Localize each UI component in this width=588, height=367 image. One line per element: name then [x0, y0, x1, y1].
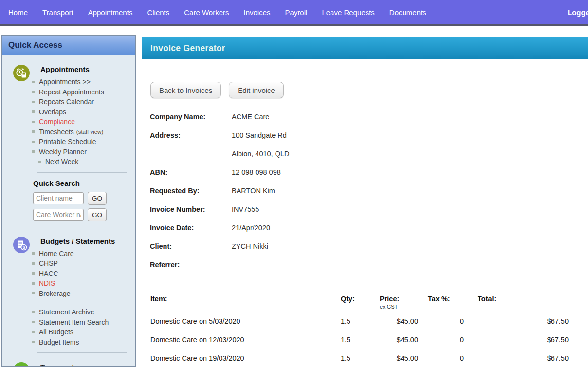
sidebar-item-statement-item-search[interactable]: Statement Item Search: [32, 317, 135, 328]
section-heading-transport: Transport: [40, 363, 135, 367]
sidebar-item-chsp[interactable]: CHSP: [32, 258, 135, 269]
sidebar-item-repeats-calendar[interactable]: Repeats Calendar: [32, 97, 135, 107]
invoice-content: Back to Invoices Edit invoice Company Na…: [142, 59, 588, 367]
field-value: 21/Apr/2020: [232, 224, 270, 232]
svg-text:$: $: [23, 245, 25, 250]
field-label: Address:: [150, 131, 232, 139]
sidebar-item-repeat-appointments[interactable]: Repeat Appointments: [32, 87, 135, 97]
col-header-price-sub: ex GST: [380, 304, 424, 310]
cell-total: $67.50: [478, 354, 572, 362]
invoice-items-table: Item: Qty: Price:ex GST Tax %: Total: Do…: [147, 292, 572, 367]
nav-item-transport[interactable]: Transport: [35, 8, 81, 17]
nav-item-home[interactable]: Home: [1, 8, 35, 17]
sidebar-item-ndis[interactable]: NDIS: [32, 278, 135, 289]
sidebar-item-budget-items[interactable]: Budget Items: [32, 337, 135, 348]
sidebar-title: Quick Access: [2, 36, 135, 55]
field-label: Client:: [150, 242, 232, 250]
bullet-icon: [32, 150, 35, 153]
cell-price: $45.00: [378, 317, 424, 325]
field-label: Invoice Number:: [150, 205, 232, 213]
field-label: Referrer:: [150, 261, 232, 269]
bullet-icon: [32, 141, 35, 143]
sidebar-item-brokerage[interactable]: Brokerage: [32, 289, 135, 299]
invoice-details: Company Name:ACME Care Address:100 Sandg…: [150, 108, 290, 274]
timesheets-suffix: (staff view): [76, 127, 103, 137]
field-value: ACME Care: [232, 113, 269, 121]
sidebar-item-statement-archive[interactable]: Statement Archive: [32, 307, 135, 317]
field-row: Client:ZYCH Nikki: [150, 237, 290, 256]
field-row: Albion, 4010, QLD: [150, 145, 290, 163]
care-worker-search-input[interactable]: [33, 209, 84, 221]
divider: [37, 227, 127, 227]
bullet-icon: [32, 262, 35, 265]
cell-total: $67.50: [478, 317, 572, 325]
bus-icon: [13, 362, 30, 367]
section-heading-appointments: Appointments: [40, 65, 135, 73]
sidebar-item-weekly-planner[interactable]: Weekly Planner: [32, 147, 135, 157]
sidebar-item-timesheets[interactable]: Timesheets(staff view): [32, 127, 135, 137]
sidebar-item-printable-schedule[interactable]: Printable Schedule: [32, 137, 135, 147]
col-header-item: Item:: [147, 295, 339, 303]
divider: [37, 172, 127, 173]
col-header-tax: Tax %:: [424, 295, 478, 303]
divider: [37, 352, 127, 353]
calendar-alarm-icon: [13, 64, 30, 82]
bullet-icon: [32, 282, 35, 285]
field-value: Albion, 4010, QLD: [232, 150, 290, 158]
page-title: Invoice Generator: [142, 43, 225, 54]
sidebar-item-compliance[interactable]: Compliance: [32, 117, 135, 127]
bullet-icon: [32, 311, 35, 313]
field-value: 100 Sandgate Rd: [232, 131, 287, 139]
nav-item-documents[interactable]: Documents: [382, 8, 434, 17]
sidebar-section-appointments: Appointments Appointments >> Repeat Appo…: [2, 65, 135, 167]
sidebar-item-overlaps[interactable]: Overlaps: [32, 107, 135, 117]
bullet-icon: [32, 292, 35, 294]
table-row: Domestic Care on 12/03/2020 1.5 $45.00 0…: [147, 330, 572, 349]
client-search-go-button[interactable]: GO: [88, 192, 107, 205]
field-label: Requested By:: [150, 187, 232, 195]
field-row: ABN:12 098 098 098: [150, 163, 290, 182]
nav-item-payroll[interactable]: Payroll: [278, 8, 315, 17]
sidebar-item-hacc[interactable]: HACC: [32, 269, 135, 279]
toolbar: Back to Invoices Edit invoice: [150, 82, 284, 98]
bullet-icon: [32, 110, 35, 113]
col-header-price: Price:ex GST: [378, 295, 424, 310]
care-worker-search-go-button[interactable]: GO: [88, 208, 107, 221]
nav-item-appointments[interactable]: Appointments: [81, 8, 140, 17]
cell-item: Domestic Care on 19/03/2020: [147, 354, 339, 362]
logged-in-label[interactable]: Logge: [568, 8, 588, 17]
bullet-icon: [32, 130, 35, 133]
col-header-qty: Qty:: [339, 295, 378, 303]
nav-item-care-workers[interactable]: Care Workers: [177, 8, 236, 17]
nav-item-clients[interactable]: Clients: [140, 8, 177, 17]
nav-item-invoices[interactable]: Invoices: [237, 8, 278, 17]
field-row: Address:100 Sandgate Rd: [150, 126, 290, 145]
edit-invoice-button[interactable]: Edit invoice: [229, 82, 284, 98]
bullet-icon: [32, 101, 35, 103]
nav-item-leave-requests[interactable]: Leave Requests: [314, 8, 382, 17]
statement-dollar-icon: $: [13, 236, 30, 254]
back-to-invoices-button[interactable]: Back to Invoices: [150, 82, 221, 98]
col-header-total: Total:: [478, 295, 572, 303]
cell-total: $67.50: [478, 336, 572, 344]
cell-item: Domestic Care on 12/03/2020: [147, 336, 339, 344]
field-value: ZYCH Nikki: [232, 242, 268, 250]
field-value: INV7555: [232, 205, 259, 213]
sidebar-item-appointments[interactable]: Appointments >>: [32, 77, 135, 87]
field-value: 12 098 098 098: [232, 168, 281, 176]
bullet-icon: [38, 161, 41, 163]
cell-price: $45.00: [378, 336, 424, 344]
cell-tax: 0: [424, 354, 478, 362]
cell-qty: 1.5: [339, 354, 378, 362]
sidebar-section-transport: Transport: [2, 363, 135, 367]
field-row: Invoice Date:21/Apr/2020: [150, 219, 290, 237]
sidebar-section-budgets: $ Budgets / Statements Home Care CHSP HA…: [2, 237, 135, 348]
bullet-icon: [32, 331, 35, 333]
cell-tax: 0: [424, 317, 478, 325]
table-row: Domestic Care on 19/03/2020 1.5 $45.00 0…: [147, 349, 572, 367]
sidebar-item-home-care[interactable]: Home Care: [32, 249, 135, 259]
sidebar-item-all-budgets[interactable]: All Budgets: [32, 327, 135, 337]
field-label: ABN:: [150, 168, 232, 176]
client-name-search-input[interactable]: [33, 192, 84, 204]
sidebar-item-next-week[interactable]: Next Week: [32, 157, 135, 167]
